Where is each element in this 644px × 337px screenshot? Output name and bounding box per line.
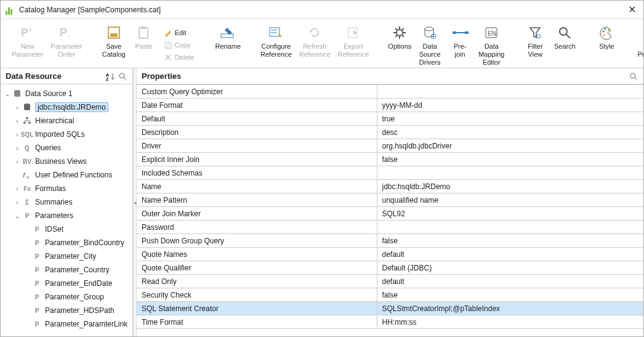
property-row[interactable]: Name Patternunqualified name — [137, 193, 643, 207]
property-row[interactable]: Outer Join MarkerSQL92 — [137, 207, 643, 221]
options-button[interactable]: Options — [385, 22, 414, 68]
expand-toggle[interactable]: ⌄ — [3, 91, 12, 97]
property-value[interactable]: false — [377, 153, 643, 166]
tree-node[interactable]: ⌄Data Source 1 — [1, 87, 132, 100]
close-button[interactable]: ✕ — [626, 4, 638, 15]
splitter[interactable]: ◂ — [133, 68, 137, 336]
property-row[interactable]: Driverorg.hsqldb.jdbcDriver — [137, 139, 643, 153]
property-value[interactable]: desc — [377, 126, 643, 139]
svg-point-30 — [537, 35, 541, 38]
expand-toggle[interactable]: › — [13, 145, 22, 152]
svg-rect-53 — [28, 122, 31, 124]
property-row[interactable]: SQL Statement CreatorSQLStmtCreatorImpl;… — [137, 302, 643, 315]
properties-panel: Properties Custom Query OptimizerDate Fo… — [137, 68, 643, 336]
svg-line-20 — [395, 35, 397, 37]
tree-node-label: Parameters — [35, 211, 73, 220]
property-row[interactable]: Quote QualifierDefault (JDBC) — [137, 261, 643, 275]
property-row[interactable]: Included Schemas — [137, 166, 643, 180]
data-source-drivers-button[interactable]: Data Source Drivers — [414, 22, 445, 68]
property-value[interactable]: false — [377, 288, 643, 302]
save-catalog-button[interactable]: Save Catalog — [99, 22, 129, 68]
property-value[interactable]: default — [377, 275, 643, 288]
property-row[interactable]: Explicit Inner Joinfalse — [137, 153, 643, 166]
property-value[interactable]: Default (JDBC) — [377, 261, 643, 275]
tree-node[interactable]: PIDSet — [1, 222, 132, 236]
edit-button[interactable]: Edit — [161, 27, 197, 38]
expand-toggle[interactable]: › — [13, 118, 22, 124]
tree-node-icon: P — [31, 319, 42, 329]
hide-properties-button[interactable]: Hide Properties — [634, 22, 644, 68]
tree-node[interactable]: ⌄PParameters — [1, 209, 132, 222]
property-row[interactable]: Quote Namesdefault — [137, 248, 643, 261]
expand-toggle[interactable]: › — [13, 104, 22, 111]
expand-toggle[interactable]: › — [13, 199, 22, 206]
tree-node[interactable]: ›QQueries — [1, 141, 132, 155]
tree-node[interactable]: PParameter_City — [1, 250, 132, 263]
tree-search-icon[interactable] — [118, 71, 127, 81]
tree-node-label: Summaries — [35, 198, 73, 206]
style-button[interactable]: Style — [592, 22, 621, 68]
property-value[interactable]: unqualified name — [377, 193, 643, 207]
tree-node[interactable]: PParameter_Group — [1, 290, 132, 304]
tree-node[interactable]: ›jdbc:hsqldb:JRDemo — [1, 100, 132, 114]
property-row[interactable]: Date Formatyyyy-MM-dd — [137, 99, 643, 112]
tree-node-label: Data Source 1 — [25, 89, 73, 98]
property-name: Name — [137, 180, 377, 193]
tree-node[interactable]: ›BVBusiness Views — [1, 155, 132, 168]
tree-node[interactable]: ›ΣSummaries — [1, 195, 132, 209]
tree-node[interactable]: fxUser Defined Functions — [1, 168, 132, 182]
sort-az-icon[interactable]: AZ — [105, 71, 115, 81]
tree-node[interactable]: ›SQLImported SQLs — [1, 128, 132, 141]
expand-toggle[interactable]: ⌄ — [13, 213, 22, 219]
delete-button: Delete — [161, 52, 197, 63]
property-value[interactable]: org.hsqldb.jdbcDriver — [377, 139, 643, 153]
property-row[interactable]: Custom Query Optimizer — [137, 85, 643, 99]
tree-node-label: User Defined Functions — [35, 171, 112, 179]
property-value[interactable]: default — [377, 248, 643, 261]
property-row[interactable]: Descriptiondesc — [137, 126, 643, 139]
property-row[interactable]: Security Checkfalse — [137, 288, 643, 302]
property-row[interactable]: Push Down Group Queryfalse — [137, 234, 643, 248]
data-resource-tree[interactable]: ⌄Data Source 1›jdbc:hsqldb:JRDemo›Hierar… — [1, 84, 132, 336]
property-row[interactable]: Password — [137, 221, 643, 234]
expand-toggle[interactable]: › — [13, 158, 22, 165]
property-value[interactable]: yyyy-MM-dd — [377, 99, 643, 112]
configure-reference-button[interactable]: Configure Reference — [257, 22, 296, 68]
data-mapping-editor-button[interactable]: EN Data Mapping Editor — [475, 22, 508, 68]
tree-node-icon — [12, 89, 23, 99]
property-value[interactable]: true — [377, 112, 643, 126]
tree-node-icon: P — [31, 306, 42, 315]
property-row[interactable]: Defaulttrue — [137, 112, 643, 126]
property-name: Quote Names — [137, 248, 377, 261]
property-value[interactable]: SQLStmtCreatorImpl;@pTableIndex — [377, 302, 643, 315]
tree-node[interactable]: ›Hierarchical — [1, 114, 132, 128]
rename-button[interactable]: Rename — [211, 22, 244, 68]
property-value[interactable]: HH:mm:ss — [377, 315, 643, 329]
tree-node[interactable]: PParameter_HDSPath — [1, 304, 132, 317]
property-row[interactable]: Time FormatHH:mm:ss — [137, 315, 643, 329]
property-value[interactable]: false — [377, 234, 643, 248]
property-row[interactable]: Namejdbc:hsqldb:JRDemo — [137, 180, 643, 193]
property-name: Included Schemas — [137, 166, 377, 180]
property-value[interactable] — [377, 166, 643, 180]
copy-icon — [164, 41, 172, 49]
tree-node[interactable]: PParameter_EndDate — [1, 277, 132, 290]
tree-node[interactable]: PParameter_ParamterLink — [1, 317, 132, 331]
search-button[interactable]: Search — [550, 22, 579, 68]
pre-join-button[interactable]: Pre-join — [445, 22, 475, 68]
tree-node-icon — [22, 102, 33, 112]
tree-node[interactable]: ›FxFormulas — [1, 182, 132, 195]
properties-search-icon[interactable] — [629, 71, 638, 81]
expand-toggle[interactable]: › — [13, 185, 22, 192]
property-value[interactable]: jdbc:hsqldb:JRDemo — [377, 180, 643, 193]
tree-node[interactable]: PParameter_Country — [1, 263, 132, 277]
tree-node[interactable]: PParameter_BindCountry — [1, 236, 132, 250]
svg-text:↓: ↓ — [67, 32, 70, 39]
filter-view-button[interactable]: Filter View — [520, 22, 550, 68]
property-value[interactable] — [377, 85, 643, 99]
property-value[interactable]: SQL92 — [377, 207, 643, 221]
property-row[interactable]: Read Onlydefault — [137, 275, 643, 288]
property-value[interactable] — [377, 221, 643, 234]
gear-icon — [391, 24, 408, 41]
properties-table[interactable]: Custom Query OptimizerDate Formatyyyy-MM… — [137, 84, 643, 329]
